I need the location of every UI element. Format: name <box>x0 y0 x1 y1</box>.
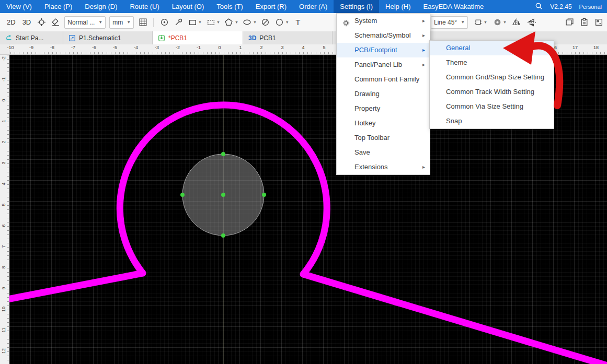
tab-start-page[interactable]: Start Pa... <box>0 31 63 44</box>
submenu-item-theme[interactable]: Theme <box>430 55 554 70</box>
ruler-number: 6 <box>0 222 7 229</box>
ruler-number: -9 <box>26 45 37 50</box>
menu-item-label: Property <box>354 104 380 112</box>
flip-vertical-icon[interactable] <box>526 17 537 28</box>
circle-tool[interactable]: ▼ <box>274 17 289 28</box>
chevron-down-icon: ▼ <box>216 20 220 24</box>
tab-3d-pcb1[interactable]: 3D PCB1 <box>243 31 333 44</box>
settings-item-hotkey[interactable]: Hotkey <box>337 116 430 131</box>
selection-handle-top[interactable] <box>221 152 225 156</box>
settings-item-save[interactable]: Save <box>337 145 430 160</box>
rect-tool-icon <box>187 17 198 28</box>
selection-handle-bottom[interactable] <box>221 233 225 238</box>
footprint-tool[interactable]: ▼ <box>473 17 487 28</box>
submenu-item-general[interactable]: General <box>430 41 554 55</box>
menu-route[interactable]: Route (U) <box>123 0 165 13</box>
settings-item-extensions[interactable]: Extensions ▸ <box>337 160 430 174</box>
keepout-tool-icon[interactable] <box>260 17 271 28</box>
ruler-number: 3 <box>277 45 288 50</box>
settings-item-system[interactable]: System ▸ <box>337 14 430 28</box>
view-2d-button[interactable]: 2D <box>5 17 17 27</box>
selection-handle-left[interactable] <box>180 193 185 197</box>
snippet-icon[interactable] <box>593 17 604 28</box>
menu-item-label: Panel/Panel Lib <box>354 61 402 68</box>
via-tool-icon[interactable] <box>159 17 169 28</box>
menu-item-label: Hotkey <box>354 119 375 127</box>
settings-item-schematic-symbol[interactable]: Schematic/Symbol ▸ <box>337 28 430 43</box>
menu-place[interactable]: Place (P) <box>38 0 78 13</box>
submenu-arrow-icon: ▸ <box>422 160 425 174</box>
tab-pcb1[interactable]: *PCB1 <box>153 31 243 44</box>
settings-item-drawing[interactable]: Drawing <box>337 87 430 101</box>
polygon-tool[interactable]: ▼ <box>224 17 238 28</box>
menu-export[interactable]: Export (R) <box>249 0 293 13</box>
dashed-rect-tool[interactable]: ▼ <box>205 17 220 28</box>
selection-handle-center[interactable] <box>221 193 225 197</box>
ruler-number: 5 <box>0 201 7 208</box>
style-dropdown[interactable]: Normal ...▼ <box>64 16 106 29</box>
settings-item-property[interactable]: Property <box>337 101 430 116</box>
grid-setting-icon[interactable] <box>138 17 148 28</box>
pin-tool-icon[interactable] <box>173 17 184 28</box>
submenu-item-track-width[interactable]: Common Track Width Setting <box>430 85 554 99</box>
pad-tool[interactable]: ▼ <box>492 17 507 28</box>
menu-help[interactable]: Help (H) <box>379 0 417 13</box>
chevron-down-icon: ▼ <box>285 20 289 24</box>
settings-item-panel-lib[interactable]: Panel/Panel Lib ▸ <box>337 57 430 72</box>
copy-board-icon[interactable] <box>564 17 575 28</box>
view-3d-button[interactable]: 3D <box>21 17 33 27</box>
menu-item-label: Schematic/Symbol <box>354 31 411 39</box>
submenu-arrow-icon: ▸ <box>422 43 425 57</box>
unit-dropdown[interactable]: mm▼ <box>109 16 134 29</box>
menu-item-label: Drawing <box>354 90 380 98</box>
toolbar: 2D 3D Normal ...▼ mm▼ <box>0 13 607 32</box>
tab-label: PCB1 <box>259 34 276 42</box>
ruler-number: -3 <box>152 45 162 50</box>
line-mode-dropdown[interactable]: Line 45°▼ <box>431 16 468 29</box>
settings-item-common-font-family[interactable]: Common Font Family <box>337 72 430 87</box>
paste-board-icon[interactable] <box>579 17 589 28</box>
ruler-number: 3 <box>0 159 7 167</box>
selection-handle-right[interactable] <box>262 193 266 197</box>
ruler-number: 9 <box>0 285 7 292</box>
ruler-number: 0 <box>0 97 7 104</box>
ruler-number: 4 <box>0 180 7 187</box>
menu-tools[interactable]: Tools (T) <box>210 0 249 13</box>
rect-tool[interactable]: ▼ <box>187 17 202 28</box>
menu-wakatime[interactable]: EasyEDA Wakatime <box>417 0 490 13</box>
settings-item-top-toolbar[interactable]: Top Toolbar <box>337 131 430 145</box>
menu-design[interactable]: Design (D) <box>78 0 123 13</box>
ruler-number: 10 <box>0 306 7 313</box>
flip-horizontal-icon[interactable] <box>511 17 522 28</box>
submenu-item-grid-snap-size[interactable]: Common Grid/Snap Size Setting <box>430 70 554 85</box>
pcb-icon <box>158 34 165 42</box>
submenu-arrow-icon: ▸ <box>422 14 425 28</box>
copper-track[interactable] <box>9 105 607 364</box>
chevron-down-icon: ▼ <box>253 20 257 24</box>
search-icon[interactable] <box>535 2 543 11</box>
ruler-number: 2 <box>256 45 267 50</box>
menu-item-label: Common Font Family <box>354 75 419 83</box>
tab-schematic1[interactable]: P1.Schematic1 <box>63 31 153 44</box>
chevron-down-icon: ▼ <box>127 20 131 25</box>
ruler-number: -2 <box>173 45 183 50</box>
account-button[interactable]: Personal <box>579 4 602 10</box>
menu-settings[interactable]: Settings (I) <box>334 0 379 13</box>
settings-item-pcb-footprint[interactable]: PCB/Footprint ▸ <box>337 43 430 57</box>
menu-view[interactable]: View (V) <box>0 0 38 13</box>
settings-dropdown-menu: System ▸ Schematic/Symbol ▸ PCB/Footprin… <box>336 13 430 175</box>
ruler-number: -7 <box>68 45 78 50</box>
submenu-item-via-size[interactable]: Common Via Size Setting <box>430 99 554 114</box>
text-tool-icon[interactable]: T <box>293 17 303 28</box>
menu-layout[interactable]: Layout (O) <box>166 0 210 13</box>
footprint-tool-icon <box>473 17 483 28</box>
submenu-item-snap[interactable]: Snap <box>430 114 554 128</box>
ruler-number: -1 <box>0 76 7 83</box>
ellipse-tool[interactable]: ▼ <box>242 17 257 28</box>
ruler-number: 5 <box>319 45 329 50</box>
zoom-fit-icon[interactable] <box>36 17 47 28</box>
ruler-number: -1 <box>193 45 204 50</box>
menu-order[interactable]: Order (A) <box>293 0 334 13</box>
chevron-down-icon: ▼ <box>98 20 102 25</box>
eraser-icon[interactable] <box>50 17 61 28</box>
